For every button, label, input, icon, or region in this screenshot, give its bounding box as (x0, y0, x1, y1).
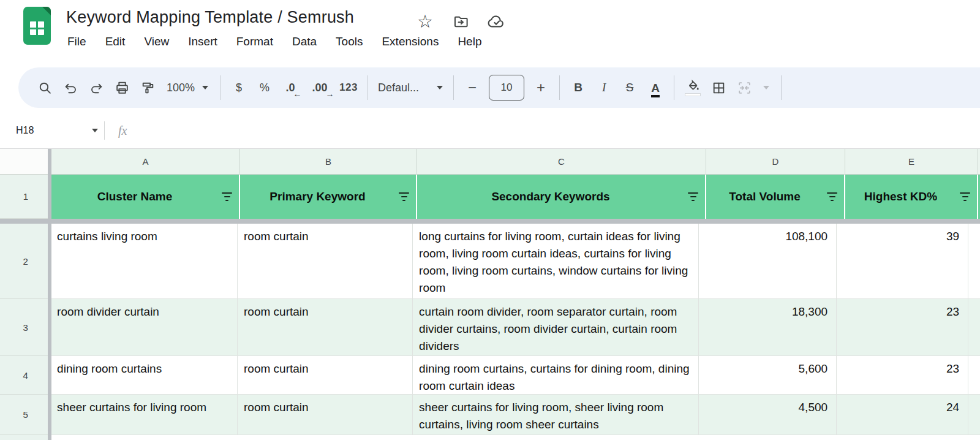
column-header-e[interactable]: E (845, 149, 978, 175)
menu-data[interactable]: Data (292, 35, 317, 48)
zoom-selector[interactable]: 100% (160, 82, 214, 94)
increase-decimal-button[interactable]: .00→ (309, 75, 331, 100)
row-number-5[interactable]: 5 (0, 395, 51, 435)
cell-e2[interactable]: 39 (837, 224, 968, 299)
header-cell-cluster-name[interactable]: Cluster Name (51, 175, 240, 219)
cell-d5[interactable]: 4,500 (699, 395, 837, 435)
chevron-down-icon (437, 86, 443, 89)
menu-file[interactable]: File (67, 35, 86, 48)
fill-color-bar (685, 93, 701, 96)
select-all-corner[interactable] (0, 149, 51, 175)
filter-icon[interactable] (222, 192, 232, 201)
cell-e3[interactable]: 23 (837, 299, 968, 356)
header-cell-highest-kd[interactable]: Highest KD% (845, 175, 978, 219)
filter-icon[interactable] (960, 192, 970, 201)
cell-b2[interactable]: room curtain (238, 224, 413, 299)
menu-view[interactable]: View (144, 35, 169, 48)
move-to-folder-button[interactable] (450, 10, 472, 32)
toolbar-divider (674, 75, 674, 100)
column-header-a[interactable]: A (51, 149, 240, 175)
merge-cells-dropdown[interactable] (759, 75, 774, 100)
menu-tools[interactable]: Tools (336, 35, 363, 48)
italic-button[interactable]: I (593, 75, 615, 100)
row-number-4[interactable]: 4 (0, 356, 51, 395)
header-cell-total-volume[interactable]: Total Volume (706, 175, 845, 219)
formula-bar: H18 fx (0, 113, 980, 148)
font-size-input[interactable]: 10 (489, 75, 524, 101)
decrease-font-size-button[interactable]: − (461, 75, 483, 100)
font-family-selector[interactable]: Defaul... (373, 82, 448, 94)
cell-c2[interactable]: long curtains for living room, curtain i… (413, 224, 699, 299)
row-number-2[interactable]: 2 (0, 224, 51, 299)
cell-a3[interactable]: room divider curtain (51, 299, 238, 356)
cell-e4[interactable]: 23 (837, 356, 968, 395)
row-number-3[interactable]: 3 (0, 299, 51, 356)
chevron-down-icon (763, 86, 769, 89)
cell-b4[interactable]: room curtain (238, 356, 413, 395)
menu-insert[interactable]: Insert (188, 35, 217, 48)
strikethrough-button[interactable]: S (619, 75, 641, 100)
menu-extensions[interactable]: Extensions (382, 35, 439, 48)
cell-b3[interactable]: room curtain (238, 299, 413, 356)
cell-d4[interactable]: 5,600 (699, 356, 837, 395)
search-button[interactable] (34, 75, 56, 100)
filter-icon[interactable] (688, 192, 698, 201)
bold-button[interactable]: B (567, 75, 589, 100)
row-6-cells[interactable] (51, 435, 980, 440)
cloud-saved-button[interactable] (485, 10, 507, 32)
cell-c5[interactable]: sheer curtains for living room, sheer li… (413, 395, 699, 435)
column-header-c[interactable]: C (417, 149, 706, 175)
frozen-column-bar[interactable] (48, 149, 51, 440)
paint-format-button[interactable] (137, 75, 159, 100)
filter-icon[interactable] (827, 192, 837, 201)
row-number-1[interactable]: 1 (0, 175, 51, 219)
cell-f3[interactable] (968, 299, 980, 356)
cell-a2[interactable]: curtains living room (51, 224, 238, 299)
cell-e5[interactable]: 24 (837, 395, 968, 435)
header-cell-primary-keyword[interactable]: Primary Keyword (240, 175, 417, 219)
formula-input[interactable] (127, 113, 980, 148)
cell-a5[interactable]: sheer curtains for living room (51, 395, 238, 435)
column-header-d[interactable]: D (706, 149, 845, 175)
column-header-b[interactable]: B (240, 149, 417, 175)
cell-f5[interactable] (968, 395, 980, 435)
header-cell-secondary-keywords[interactable]: Secondary Keywords (417, 175, 706, 219)
chevron-down-icon (92, 129, 98, 132)
menu-format[interactable]: Format (236, 35, 273, 48)
cell-f2[interactable] (968, 224, 980, 299)
menu-help[interactable]: Help (458, 35, 481, 48)
undo-button[interactable] (59, 75, 81, 100)
print-button[interactable] (111, 75, 133, 100)
format-percent-button[interactable]: % (254, 75, 276, 100)
star-icon: ☆ (417, 13, 433, 31)
font-family-value: Defaul... (378, 82, 419, 94)
document-title[interactable]: Keyword Mapping Template / Semrush (66, 8, 354, 27)
cell-d2[interactable]: 108,100 (699, 224, 837, 299)
cell-f4[interactable] (968, 356, 980, 395)
redo-button[interactable] (85, 75, 107, 100)
cell-a4[interactable]: dining room curtains (51, 356, 238, 395)
toolbar-divider (559, 75, 560, 100)
table-row: 2 curtains living room room curtain long… (0, 224, 980, 299)
more-formats-button[interactable]: 123 (337, 75, 360, 100)
decrease-decimal-button[interactable]: .0← (279, 75, 301, 100)
format-currency-button[interactable]: $ (228, 75, 250, 100)
menu-edit[interactable]: Edit (105, 35, 126, 48)
fill-color-button[interactable] (682, 75, 704, 100)
text-color-button[interactable]: A (644, 75, 666, 100)
cell-c4[interactable]: dining room curtains, curtains for dinin… (413, 356, 699, 395)
google-sheets-app: { "titlebar": { "title": "Keyword Mappin… (0, 0, 980, 440)
filter-icon[interactable] (399, 192, 409, 201)
sheets-logo-icon[interactable] (23, 7, 51, 45)
star-button[interactable]: ☆ (414, 10, 436, 32)
name-box[interactable]: H18 (0, 125, 98, 136)
title-actions: ☆ (414, 10, 507, 32)
cell-b5[interactable]: room curtain (238, 395, 413, 435)
merge-cells-button[interactable] (733, 75, 755, 100)
increase-font-size-button[interactable]: + (530, 75, 552, 100)
cell-d3[interactable]: 18,300 (699, 299, 837, 356)
frozen-row-bar[interactable] (0, 219, 980, 224)
borders-button[interactable] (707, 75, 729, 100)
row-number-6[interactable] (0, 435, 51, 440)
cell-c3[interactable]: curtain room divider, room separator cur… (413, 299, 699, 356)
